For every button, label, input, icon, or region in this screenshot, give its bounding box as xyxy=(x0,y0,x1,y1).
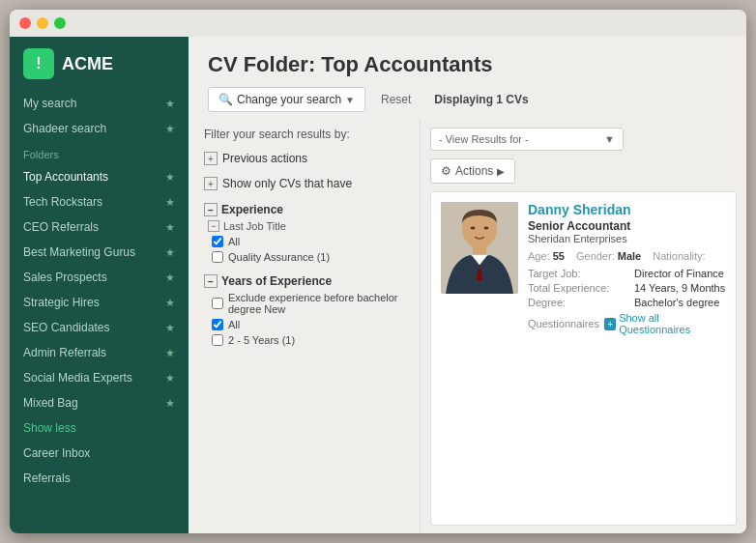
actions-button[interactable]: ⚙ Actions ▶ xyxy=(430,158,515,184)
app-body: ! ACME My search ★ Ghadeer search ★ Fold… xyxy=(10,37,746,533)
candidate-card: Danny Sheridan Senior Accountant Sherida… xyxy=(430,191,737,526)
candidate-info: Danny Sheridan Senior Accountant Sherida… xyxy=(528,202,726,515)
change-search-button[interactable]: 🔍 Change your search ▼ xyxy=(208,87,365,112)
chevron-down-icon: ▼ xyxy=(604,133,615,145)
logo-icon: ! xyxy=(23,48,54,79)
candidate-avatar xyxy=(441,202,518,294)
target-job-label: Target Job: xyxy=(528,268,634,279)
filter-sub-years: Exclude experience before bachelor degre… xyxy=(204,290,404,348)
checkbox-all-years[interactable] xyxy=(212,319,223,330)
candidate-name: Danny Sheridan xyxy=(528,202,726,217)
svg-point-4 xyxy=(484,227,489,230)
folders-label: Folders xyxy=(10,141,189,164)
sidebar-item-ghadeer-search[interactable]: Ghadeer search ★ xyxy=(10,116,189,141)
maximize-button[interactable] xyxy=(54,17,66,29)
star-icon: ★ xyxy=(165,347,175,359)
sidebar-item-mixed-bag[interactable]: Mixed Bag ★ xyxy=(10,390,189,415)
star-icon: ★ xyxy=(165,322,175,334)
candidate-company: Sheridan Enterprises xyxy=(528,233,726,244)
sidebar-item-ceo-referrals[interactable]: CEO Referrals ★ xyxy=(10,214,189,240)
app-window: ! ACME My search ★ Ghadeer search ★ Fold… xyxy=(10,10,746,533)
star-icon: ★ xyxy=(165,123,175,135)
gear-icon: ⚙ xyxy=(441,164,451,178)
sidebar-item-admin-referrals[interactable]: Admin Referrals ★ xyxy=(10,340,189,365)
sidebar-item-social-media-experts[interactable]: Social Media Experts ★ xyxy=(10,365,189,390)
expand-icon: − xyxy=(204,203,218,216)
previous-actions-header[interactable]: + Previous actions xyxy=(204,149,404,168)
target-job-value: Director of Finance xyxy=(634,268,726,279)
filter-years-exp: − Years of Experience Exclude experience… xyxy=(204,271,404,348)
total-exp-value: 14 Years, 9 Months xyxy=(634,282,726,294)
results-panel: - View Results for - ▼ ⚙ Actions ▶ xyxy=(421,120,746,533)
years-exp-label: − Years of Experience xyxy=(204,271,404,290)
filter-option-qa[interactable]: Quality Assurance (1) xyxy=(208,249,404,265)
candidate-details: Target Job: Director of Finance Total Ex… xyxy=(528,268,726,308)
checkbox-exclude-exp[interactable] xyxy=(212,298,223,309)
main-header: CV Folder: Top Accountants 🔍 Change your… xyxy=(189,37,746,120)
checkbox-qa[interactable] xyxy=(212,251,223,263)
checkbox-all-job[interactable] xyxy=(212,236,223,247)
star-icon: ★ xyxy=(165,372,175,385)
main-content: CV Folder: Top Accountants 🔍 Change your… xyxy=(189,37,746,533)
filter-panel: Filter your search results by: + Previou… xyxy=(189,120,421,533)
svg-rect-2 xyxy=(473,244,486,254)
plus-icon: + xyxy=(604,318,616,330)
star-icon: ★ xyxy=(165,397,175,410)
sidebar-item-sales-prospects[interactable]: Sales Prospects ★ xyxy=(10,265,189,290)
show-all-questionnaires-link[interactable]: + Show all Questionnaires xyxy=(604,312,726,335)
star-icon: ★ xyxy=(165,171,175,184)
sidebar-item-strategic-hires[interactable]: Strategic Hires ★ xyxy=(10,290,189,315)
filter-experience: − Experience − Last Job Title All xyxy=(204,199,404,265)
candidate-meta: Age: 55 Gender: Male Nationality: xyxy=(528,250,726,262)
total-exp-label: Total Experience: xyxy=(528,282,634,294)
sidebar-item-seo-candidates[interactable]: SEO Candidates ★ xyxy=(10,315,189,340)
results-top: - View Results for - ▼ xyxy=(430,128,737,151)
filter-previous-actions: + Previous actions xyxy=(204,149,404,168)
star-icon: ★ xyxy=(165,272,175,284)
checkbox-2-5-years[interactable] xyxy=(212,334,223,346)
filter-option-all-job[interactable]: All xyxy=(208,234,404,249)
chevron-down-icon: ▼ xyxy=(345,95,355,105)
star-icon: ★ xyxy=(165,98,175,110)
filter-sub-experience: − Last Job Title All Quality Assurance (… xyxy=(204,218,404,265)
sidebar-brand: ACME xyxy=(62,54,113,74)
view-results-select[interactable]: - View Results for - ▼ xyxy=(430,128,624,151)
last-job-title-header[interactable]: − Last Job Title xyxy=(208,218,404,234)
filter-option-exclude-exp[interactable]: Exclude experience before bachelor degre… xyxy=(208,290,404,317)
reset-button[interactable]: Reset xyxy=(373,88,419,111)
expand-icon: − xyxy=(204,274,218,288)
arrow-right-icon: ▶ xyxy=(497,166,505,177)
show-only-header[interactable]: + Show only CVs that have xyxy=(204,174,404,193)
filter-option-all-years[interactable]: All xyxy=(208,317,404,332)
expand-icon: − xyxy=(208,220,219,232)
sidebar-item-my-search[interactable]: My search ★ xyxy=(10,91,189,116)
sidebar: ! ACME My search ★ Ghadeer search ★ Fold… xyxy=(10,37,189,533)
page-title: CV Folder: Top Accountants xyxy=(208,52,727,77)
sidebar-item-top-accountants[interactable]: Top Accountants ★ xyxy=(10,164,189,189)
degree-label: Degree: xyxy=(528,297,634,308)
sidebar-show-less[interactable]: Show less xyxy=(10,415,189,441)
sidebar-item-best-marketing-gurus[interactable]: Best Marketing Gurus ★ xyxy=(10,240,189,265)
sidebar-header: ! ACME xyxy=(10,37,189,91)
title-bar xyxy=(10,10,746,37)
search-icon: 🔍 xyxy=(218,93,233,106)
star-icon: ★ xyxy=(165,246,175,259)
expand-icon: + xyxy=(204,152,218,165)
displaying-count: Displaying 1 CVs xyxy=(426,88,536,111)
sidebar-item-career-inbox[interactable]: Career Inbox xyxy=(10,441,189,466)
age-label: Age: 55 xyxy=(528,250,565,262)
star-icon: ★ xyxy=(165,297,175,309)
search-bar: 🔍 Change your search ▼ Reset Displaying … xyxy=(208,87,727,112)
minimize-button[interactable] xyxy=(37,17,48,29)
sidebar-item-tech-rockstars[interactable]: Tech Rockstars ★ xyxy=(10,189,189,214)
star-icon: ★ xyxy=(165,221,175,234)
filter-show-only: + Show only CVs that have xyxy=(204,174,404,193)
questionnaires-label: Questionnaires xyxy=(528,318,599,329)
star-icon: ★ xyxy=(165,196,175,209)
filter-option-2-5-years[interactable]: 2 - 5 Years (1) xyxy=(208,332,404,348)
questionnaires-row: Questionnaires + Show all Questionnaires xyxy=(528,312,726,335)
filter-title: Filter your search results by: xyxy=(204,128,404,141)
sidebar-item-referrals[interactable]: Referrals xyxy=(10,466,189,491)
close-button[interactable] xyxy=(19,17,31,29)
content-area: Filter your search results by: + Previou… xyxy=(189,120,746,533)
